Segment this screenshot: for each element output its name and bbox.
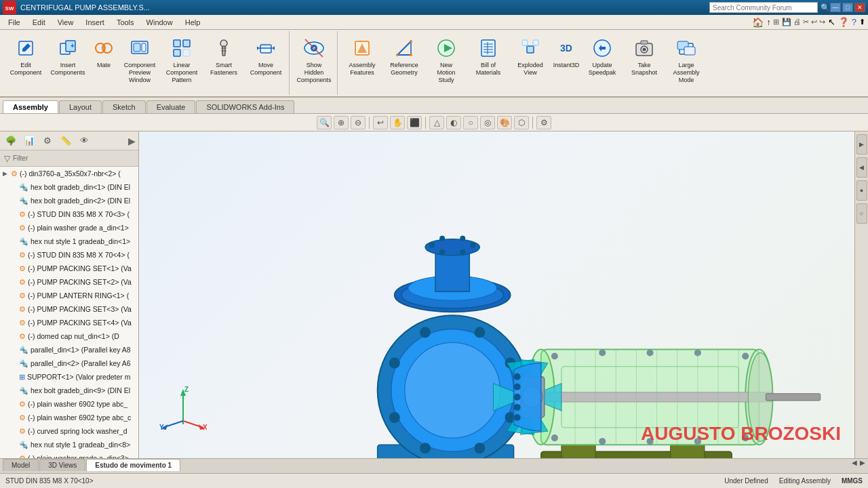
dim-xpert-button[interactable]: 📏 [58, 134, 74, 148]
tree-item-item10[interactable]: ⚙(-) PUMP LANTERN RING<1> ( [0, 289, 138, 302]
display-style-button[interactable]: ○ [463, 116, 478, 129]
tree-icon-item14: 🔩 [19, 346, 28, 354]
show-hidden-components-button[interactable]: ShowHiddenComponents [294, 33, 334, 94]
linear-component-pattern-button[interactable]: Linear ComponentPattern [161, 33, 202, 94]
exploded-view-button[interactable]: ExplodedView [510, 33, 551, 94]
insert-components-button[interactable]: + InsertComponents [47, 33, 88, 94]
rotate-button[interactable]: ↩ [373, 116, 388, 129]
exploded-view-label: ExplodedView [517, 62, 543, 77]
menu-view[interactable]: View [52, 17, 79, 28]
tree-item-item16[interactable]: ⊞SUPPORT<1> (Valor predeter m [0, 370, 138, 384]
property-manager-button[interactable]: 📊 [21, 134, 37, 148]
tree-item-item9[interactable]: ⚙(-) PUMP PACKING SET<2> (Va [0, 275, 138, 289]
panel-expand-button[interactable]: ▶ [128, 136, 136, 146]
tree-item-item5[interactable]: ⚙(-) plain washer grade a_din<1> [0, 221, 138, 235]
tree-item-item18[interactable]: ⚙(-) plain washer 6902 type abc_ [0, 397, 138, 411]
right-panel-btn3[interactable]: ● [856, 180, 867, 201]
tree-item-item19[interactable]: ⚙(-) plain washer 6902 type abc_c [0, 411, 138, 424]
tab-sketch[interactable]: Sketch [102, 100, 146, 113]
maximize-button[interactable]: □ [842, 3, 853, 12]
menu-insert[interactable]: Insert [80, 17, 110, 28]
right-panel-btn4[interactable]: ○ [856, 203, 867, 224]
svg-point-106 [742, 353, 749, 360]
tree-item-item11[interactable]: ⚙(-) PUMP PACKING SET<3> (Va [0, 302, 138, 316]
tree-item-item1[interactable]: ▶⚙(-) din3760-a_35x50x7-nbr<2> ( [0, 167, 138, 180]
tab-solidworks-addins[interactable]: SOLIDWORKS Add-Ins [196, 100, 294, 113]
tree-item-item12[interactable]: ⚙(-) PUMP PACKING SET<4> (Va [0, 316, 138, 329]
svg-point-70 [389, 412, 400, 423]
take-snapshot-button[interactable]: TakeSnapshot [624, 33, 665, 94]
search-input[interactable] [709, 2, 818, 13]
tree-item-item6[interactable]: 🔩hex nut style 1 gradeab_din<1> [0, 235, 138, 248]
tree-item-item17[interactable]: 🔩hex bolt gradeb_din<9> (DIN El [0, 384, 138, 397]
question-icon[interactable]: ❓ [838, 17, 849, 27]
instant3d-button[interactable]: 3D Instant3D [552, 33, 580, 94]
btab-model[interactable]: Model [3, 459, 39, 471]
menu-tools[interactable]: Tools [111, 17, 140, 28]
pan-button[interactable]: ✋ [390, 116, 405, 129]
up-arrow-icon[interactable]: ↑ [766, 18, 770, 27]
zoom-out-button[interactable]: ⊖ [351, 116, 366, 129]
tree-item-item15[interactable]: 🔩parallel_din<2> (Parallel key A6 [0, 357, 138, 370]
menu-help[interactable]: Help [180, 17, 206, 28]
viewport[interactable]: Z X Y AUGUSTO BROZOSKI [139, 131, 854, 458]
tree-item-item21[interactable]: 🔩hex nut style 1 gradeab_din<8> [0, 438, 138, 451]
tree-item-item4[interactable]: ⚙(-) STUD DIN 835 M8 X 70<3> ( [0, 207, 138, 221]
menu-file[interactable]: File [3, 17, 26, 28]
scroll-right-button[interactable]: ▶ [860, 459, 865, 466]
tree-item-item22[interactable]: ⚙(-) plain washer grade a_din<3> [0, 451, 138, 458]
svg-rect-14 [174, 49, 180, 56]
btab-estudo[interactable]: Estudo de movimento 1 [86, 459, 180, 471]
hide-show-button[interactable]: ◎ [480, 116, 495, 129]
svg-point-67 [474, 327, 485, 338]
cursor-icon[interactable]: ↖ [828, 17, 835, 27]
tree-item-item8[interactable]: ⚙(-) PUMP PACKING SET<1> (Va [0, 262, 138, 275]
feature-manager-button[interactable]: 🌳 [3, 134, 19, 148]
mate-button[interactable]: Mate [90, 33, 118, 94]
tab-evaluate[interactable]: Evaluate [146, 100, 196, 113]
component-preview-button[interactable]: ComponentPreviewWindow [119, 33, 160, 94]
btab-3d-views[interactable]: 3D Views [39, 459, 85, 471]
bill-of-materials-button[interactable]: Bill ofMaterials [468, 33, 509, 94]
right-panel-btn1[interactable]: ▶ [856, 134, 867, 155]
tree-item-item7[interactable]: ⚙(-) STUD DIN 835 M8 X 70<4> ( [0, 248, 138, 262]
update-speedpak-button[interactable]: UpdateSpeedpak [582, 33, 623, 94]
section-view-button[interactable]: ◐ [446, 116, 461, 129]
home-icon[interactable]: 🏠 [752, 17, 764, 28]
search-button[interactable]: 🔍 [821, 3, 830, 12]
scroll-left-button[interactable]: ◀ [852, 459, 857, 466]
help-icon[interactable]: ? [852, 17, 856, 27]
zoom-region-button[interactable]: ⬛ [407, 116, 422, 129]
minimize-button[interactable]: — [830, 3, 841, 12]
expand-icon[interactable]: ⬆ [859, 18, 865, 26]
tree-item-item20[interactable]: ⚙(-) curved spring lock washer_d [0, 424, 138, 438]
tree-item-item14[interactable]: 🔩parallel_din<1> (Parallel key A8 [0, 343, 138, 357]
svg-rect-11 [142, 43, 146, 52]
tree-item-item2[interactable]: 🔩hex bolt gradeb_din<1> (DIN El [0, 180, 138, 194]
view-settings-button[interactable]: ⚙ [536, 116, 551, 129]
close-button[interactable]: ✕ [854, 3, 865, 12]
tree-item-item13[interactable]: ⚙(-) domed cap nut_din<1> (D [0, 329, 138, 343]
menu-window[interactable]: Window [141, 17, 178, 28]
tab-layout[interactable]: Layout [59, 100, 102, 113]
assembly-features-button[interactable]: AssemblyFeatures [342, 33, 382, 94]
view-orient-button[interactable]: △ [429, 116, 444, 129]
zoom-to-fit-button[interactable]: 🔍 [317, 116, 332, 129]
move-component-button[interactable]: MoveComponent [245, 33, 286, 94]
tree-text-item7: (-) STUD DIN 835 M8 X 70<4> ( [28, 251, 130, 259]
config-manager-button[interactable]: ⚙ [39, 134, 56, 148]
edit-component-button[interactable]: EditComponent [5, 33, 46, 94]
scenes-button[interactable]: ⬡ [514, 116, 529, 129]
tree-item-item3[interactable]: 🔩hex bolt gradeb_din<2> (DIN El [0, 194, 138, 207]
new-motion-study-button[interactable]: NewMotionStudy [426, 33, 467, 94]
display-manager-button[interactable]: 👁 [76, 134, 92, 148]
svg-point-103 [599, 350, 606, 357]
menu-edit[interactable]: Edit [27, 17, 51, 28]
right-panel-btn2[interactable]: ◀ [856, 157, 867, 178]
tab-assembly[interactable]: Assembly [3, 100, 58, 113]
zoom-in-button[interactable]: ⊕ [334, 116, 349, 129]
apply-appear-button[interactable]: 🎨 [497, 116, 512, 129]
large-assembly-mode-button[interactable]: LargeAssemblyMode [666, 33, 707, 94]
smart-fasteners-button[interactable]: SmartFasteners [203, 33, 244, 94]
reference-geometry-button[interactable]: ReferenceGeometry [384, 33, 425, 94]
